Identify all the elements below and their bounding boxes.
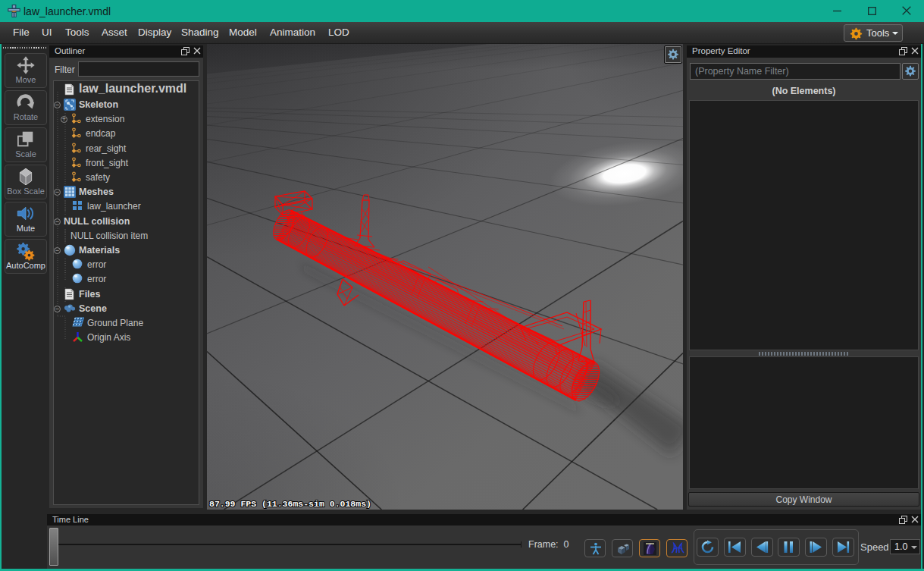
svg-text:87.99 FPS (11.36ms-sim 0.018ms: 87.99 FPS (11.36ms-sim 0.018ms) [209, 499, 371, 509]
